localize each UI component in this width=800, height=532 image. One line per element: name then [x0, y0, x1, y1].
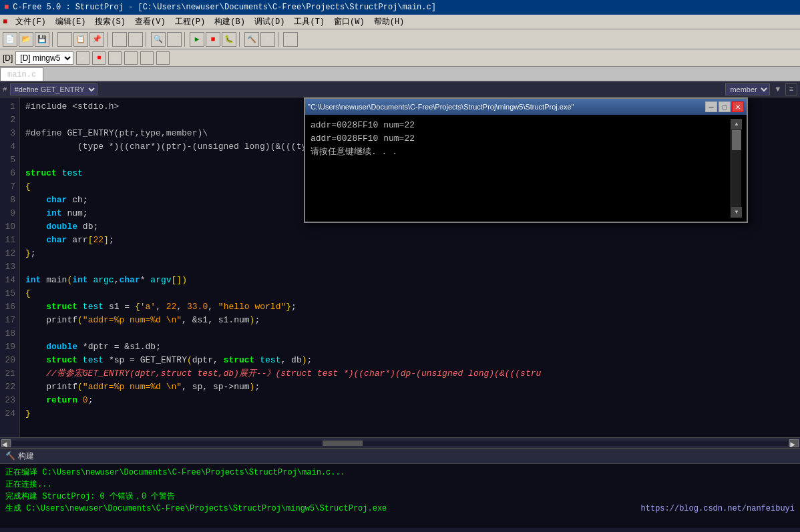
code-line: };	[25, 247, 795, 260]
copy-button[interactable]: 📋	[73, 32, 88, 47]
terminal-maximize-button[interactable]: □	[719, 101, 731, 112]
line-number: 23	[4, 394, 15, 407]
toolbar-sep-2	[107, 32, 110, 47]
debug-bar: [D] [D] mingw5 ▶ ■ ‖ → ↓ ↑	[0, 49, 800, 67]
scroll-left-button[interactable]: ◄	[1, 439, 11, 447]
terminal-minimize-button[interactable]: ─	[705, 101, 717, 112]
line-number: 20	[4, 354, 15, 367]
code-line: double *dptr = &s1.db;	[25, 340, 795, 354]
help-button[interactable]: ?	[283, 32, 298, 47]
function-dropdown[interactable]: #define GET_ENTRY	[10, 83, 97, 95]
menu-bar: ■ 文件(F) 编辑(E) 搜索(S) 查看(V) 工程(P) 构建(B) 调试…	[0, 15, 800, 29]
terminal-body: addr=0028FF10 num=22addr=0028FF10 num=22…	[305, 115, 747, 222]
line-number: 12	[4, 247, 15, 260]
terminal-titlebar: "C:\Users\newuser\Documents\C-Free\Proje…	[305, 99, 747, 115]
menu-help[interactable]: 帮助(H)	[370, 15, 409, 29]
line-number: 16	[4, 300, 15, 314]
debug-icon-btn[interactable]: ▶	[76, 51, 89, 65]
terminal-line: addr=0028FF10 num=22	[311, 119, 731, 132]
menu-tools[interactable]: 工具(T)	[290, 15, 329, 29]
build-header: 🔨 构建	[0, 449, 800, 464]
app-icon: ■	[4, 3, 9, 12]
code-line: //带参宏GET_ENTRY(dptr,struct test,db)展开--》…	[25, 367, 795, 380]
debug-step-over[interactable]: →	[124, 51, 138, 65]
redo-button[interactable]: ↷	[128, 32, 143, 47]
menu-debug[interactable]: 调试(D)	[250, 15, 289, 29]
terminal-content: addr=0028FF10 num=22addr=0028FF10 num=22…	[311, 119, 731, 218]
toolbar-sep-4	[184, 32, 187, 47]
line-number: 22	[4, 380, 15, 394]
build-line: 正在编译 C:\Users\newuser\Documents\C-Free\P…	[5, 467, 795, 479]
build-line: 完成构建 StructProj: 0 个错误，0 个警告	[5, 491, 795, 503]
scroll-right-button[interactable]: ►	[789, 439, 799, 447]
editor-area: 123456789101112131415161718192021222324 …	[0, 97, 800, 437]
code-line: printf("addr=%p num=%d \n", sp, sp->num)…	[25, 380, 795, 394]
debug-button[interactable]: 🐛	[222, 32, 236, 47]
code-line: int main(int argc,char* argv[])	[25, 274, 795, 287]
replace-button[interactable]: ↔	[167, 32, 182, 47]
scroll-down-arrow[interactable]: ▼	[731, 207, 742, 218]
line-number: 10	[4, 220, 15, 234]
stop-button[interactable]: ■	[206, 32, 220, 47]
line-number: 24	[4, 407, 15, 421]
build-line: 正在连接...	[5, 479, 795, 491]
undo-button[interactable]: ↶	[112, 32, 127, 47]
search-button[interactable]: 🔍	[151, 32, 166, 47]
line-number: 1	[4, 100, 15, 113]
build-title: 构建	[18, 451, 34, 462]
code-line: struct test s1 = {'a', 22, 33.0, "hello …	[25, 300, 795, 314]
code-options-btn[interactable]: ≡	[785, 83, 797, 95]
line-number: 14	[4, 274, 15, 287]
terminal-title: "C:\Users\newuser\Documents\C-Free\Proje…	[308, 103, 574, 111]
line-number: 8	[4, 194, 15, 207]
debug-pause-btn[interactable]: ‖	[108, 51, 122, 65]
line-number: 3	[4, 127, 15, 140]
tab-main-c[interactable]: main.c	[0, 67, 43, 81]
build-button[interactable]: 🔨	[244, 32, 259, 47]
save-button[interactable]: 💾	[35, 32, 49, 47]
line-number: 6	[4, 167, 15, 180]
line-number: 15	[4, 287, 15, 300]
debug-step-out[interactable]: ↑	[156, 51, 170, 65]
menu-project[interactable]: 工程(P)	[171, 15, 210, 29]
build-output: 正在编译 C:\Users\newuser\Documents\C-Free\P…	[0, 464, 800, 529]
scroll-up-arrow[interactable]: ▲	[731, 119, 742, 129]
scroll-thumb[interactable]	[732, 130, 741, 150]
line-number: 4	[4, 140, 15, 154]
debug-stop-btn[interactable]: ■	[92, 51, 106, 65]
code-line	[25, 327, 795, 340]
new-file-button[interactable]: 📄	[3, 32, 17, 47]
toolbar: 📄 📂 💾 ✂ 📋 📌 ↶ ↷ 🔍 ↔ ▶ ■ 🐛 🔨 ⚙ ?	[0, 29, 800, 49]
build-icon: 🔨	[5, 451, 15, 461]
compiler-select[interactable]: [D] mingw5	[15, 51, 73, 65]
code-line	[25, 260, 795, 274]
menu-view[interactable]: 查看(V)	[131, 15, 170, 29]
debug-step-into[interactable]: ↓	[140, 51, 154, 65]
menu-search[interactable]: 搜索(S)	[91, 15, 130, 29]
toolbar-sep-3	[146, 32, 148, 47]
title-text: C-Free 5.0 : StructProj - [C:\Users\newu…	[13, 3, 436, 12]
code-line: return 0;	[25, 394, 795, 407]
menu-file[interactable]: 文件(F)	[11, 15, 50, 29]
run-button[interactable]: ▶	[190, 32, 204, 47]
terminal-line: 请按任意键继续. . .	[311, 146, 731, 159]
cut-button[interactable]: ✂	[57, 32, 72, 47]
terminal-line: addr=0028FF10 num=22	[311, 132, 731, 146]
member-dropdown[interactable]: member	[725, 83, 770, 95]
terminal-close-button[interactable]: ✕	[732, 101, 744, 112]
line-number: 18	[4, 327, 15, 340]
menu-window[interactable]: 窗口(W)	[330, 15, 369, 29]
horizontal-scrollbar[interactable]: ◄ ►	[0, 437, 800, 448]
build-panel: 🔨 构建 正在编译 C:\Users\newuser\Documents\C-F…	[0, 448, 800, 528]
code-header: # #define GET_ENTRY member ▼ ≡	[0, 81, 800, 97]
line-number: 19	[4, 340, 15, 354]
settings-button[interactable]: ⚙	[260, 32, 275, 47]
code-line: printf("addr=%p num=%d \n", &s1, s1.num)…	[25, 314, 795, 327]
paste-button[interactable]: 📌	[89, 32, 104, 47]
menu-build[interactable]: 构建(B)	[210, 15, 249, 29]
open-file-button[interactable]: 📂	[19, 32, 33, 47]
tab-bar: main.c	[0, 67, 800, 81]
terminal-scrollbar[interactable]: ▲ ▼	[731, 119, 741, 218]
terminal-window-buttons: ─ □ ✕	[705, 101, 744, 112]
menu-edit[interactable]: 编辑(E)	[51, 15, 90, 29]
